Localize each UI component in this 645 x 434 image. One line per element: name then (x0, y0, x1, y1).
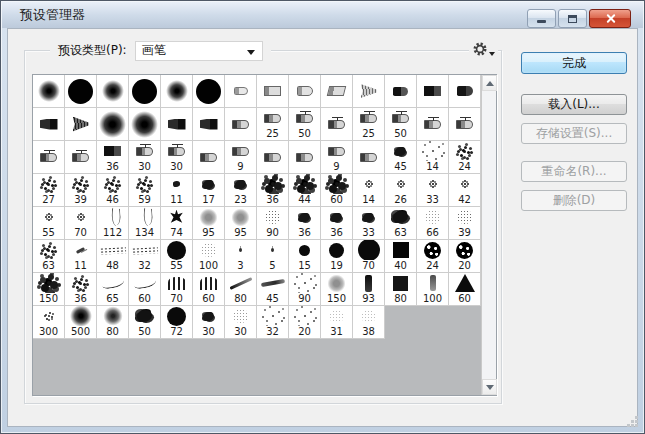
brush-cell[interactable]: 66 (417, 207, 449, 240)
brush-cell[interactable]: 70 (353, 240, 385, 273)
brush-cell[interactable]: 55 (33, 207, 65, 240)
brush-cell[interactable] (33, 108, 65, 141)
brush-cell[interactable] (33, 75, 65, 108)
brush-cell[interactable]: 30 (129, 141, 161, 174)
brush-cell[interactable]: 25 (257, 108, 289, 141)
brush-cell[interactable]: 80 (385, 273, 417, 306)
brush-cell[interactable]: 70 (65, 207, 97, 240)
brush-cell[interactable]: 32 (257, 306, 289, 339)
brush-cell[interactable]: 60 (193, 273, 225, 306)
brush-cell[interactable]: 63 (385, 207, 417, 240)
brush-cell[interactable]: 24 (417, 240, 449, 273)
brush-cell[interactable] (321, 75, 353, 108)
brush-cell[interactable]: 90 (289, 273, 321, 306)
brush-cell[interactable]: 45 (257, 273, 289, 306)
brush-cell[interactable]: 36 (257, 174, 289, 207)
brush-cell[interactable]: 65 (97, 273, 129, 306)
scroll-down-button[interactable] (482, 379, 497, 395)
brush-cell[interactable]: 112 (97, 207, 129, 240)
brush-cell[interactable]: 150 (33, 273, 65, 306)
brush-cell[interactable]: 30 (193, 306, 225, 339)
brush-cell[interactable]: 90 (257, 207, 289, 240)
brush-cell[interactable]: 36 (65, 273, 97, 306)
brush-cell[interactable] (417, 75, 449, 108)
brush-cell[interactable]: 20 (289, 306, 321, 339)
brush-cell[interactable]: 11 (65, 240, 97, 273)
rename-button[interactable]: 重命名(R)... (521, 161, 627, 182)
brush-cell[interactable]: 20 (449, 240, 481, 273)
resize-grip[interactable] (631, 420, 634, 423)
save-set-button[interactable]: 存储设置(S)... (521, 123, 627, 144)
brush-cell[interactable]: 63 (33, 240, 65, 273)
brush-cell[interactable] (97, 108, 129, 141)
brush-cell[interactable]: 30 (225, 306, 257, 339)
brush-cell[interactable] (65, 75, 97, 108)
maximize-button[interactable] (558, 9, 587, 28)
brush-cell[interactable]: 36 (97, 141, 129, 174)
scroll-up-button[interactable] (482, 75, 497, 91)
brush-cell[interactable]: 60 (129, 273, 161, 306)
panel-menu-button[interactable] (469, 39, 498, 59)
brush-cell[interactable]: 33 (417, 174, 449, 207)
brush-cell[interactable]: 24 (449, 141, 481, 174)
brush-cell[interactable] (161, 108, 193, 141)
brush-cell[interactable] (129, 75, 161, 108)
brush-cell[interactable] (33, 141, 65, 174)
brush-cell[interactable]: 74 (161, 207, 193, 240)
brush-cell[interactable]: 45 (385, 141, 417, 174)
brush-cell[interactable]: 95 (225, 207, 257, 240)
brush-cell[interactable]: 5 (257, 240, 289, 273)
brush-cell[interactable]: 134 (129, 207, 161, 240)
brush-cell[interactable] (225, 75, 257, 108)
brush-cell[interactable]: 25 (353, 108, 385, 141)
brush-cell[interactable]: 48 (97, 240, 129, 273)
brush-cell[interactable]: 14 (417, 141, 449, 174)
brush-cell[interactable] (129, 108, 161, 141)
brush-cell[interactable]: 26 (385, 174, 417, 207)
brush-cell[interactable]: 3 (225, 240, 257, 273)
brush-cell[interactable]: 17 (193, 174, 225, 207)
scrollbar[interactable] (481, 75, 496, 395)
load-button[interactable]: 载入(L)... (521, 94, 627, 115)
done-button[interactable]: 完成 (521, 52, 627, 74)
brush-cell[interactable]: 300 (33, 306, 65, 339)
brush-cell[interactable]: 30 (161, 141, 193, 174)
titlebar[interactable]: 预设管理器 (2, 2, 643, 28)
brush-cell[interactable]: 150 (321, 273, 353, 306)
brush-cell[interactable] (65, 141, 97, 174)
brush-cell[interactable]: 32 (129, 240, 161, 273)
brush-cell[interactable]: 42 (449, 174, 481, 207)
brush-cell[interactable]: 15 (289, 240, 321, 273)
brush-cell[interactable]: 60 (321, 174, 353, 207)
brush-cell[interactable]: 14 (353, 174, 385, 207)
brush-cell[interactable]: 31 (321, 306, 353, 339)
brush-cell[interactable]: 500 (65, 306, 97, 339)
brush-cell[interactable]: 93 (353, 273, 385, 306)
brush-cell[interactable]: 80 (97, 306, 129, 339)
brush-cell[interactable]: 60 (449, 273, 481, 306)
brush-cell[interactable]: 39 (65, 174, 97, 207)
brush-cell[interactable]: 55 (161, 240, 193, 273)
brush-cell[interactable] (161, 75, 193, 108)
brush-cell[interactable]: 72 (161, 306, 193, 339)
brush-cell[interactable]: 11 (161, 174, 193, 207)
brush-cell[interactable]: 9 (321, 141, 353, 174)
brush-cell[interactable]: 33 (353, 207, 385, 240)
brush-cell[interactable]: 70 (161, 273, 193, 306)
brush-cell[interactable]: 95 (193, 207, 225, 240)
brush-cell[interactable] (193, 141, 225, 174)
brush-cell[interactable]: 59 (129, 174, 161, 207)
minimize-button[interactable] (527, 9, 556, 28)
brush-cell[interactable]: 38 (353, 306, 385, 339)
brush-cell[interactable]: 9 (225, 141, 257, 174)
brush-cell[interactable] (417, 108, 449, 141)
brush-cell[interactable]: 80 (225, 273, 257, 306)
brush-cell[interactable]: 50 (385, 108, 417, 141)
brush-cell[interactable] (449, 108, 481, 141)
preset-type-dropdown[interactable]: 画笔 (135, 41, 263, 61)
brush-cell[interactable]: 36 (289, 207, 321, 240)
brush-cell[interactable] (321, 108, 353, 141)
brush-cell[interactable] (257, 141, 289, 174)
brush-cell[interactable]: 100 (193, 240, 225, 273)
brush-cell[interactable]: 50 (289, 108, 321, 141)
